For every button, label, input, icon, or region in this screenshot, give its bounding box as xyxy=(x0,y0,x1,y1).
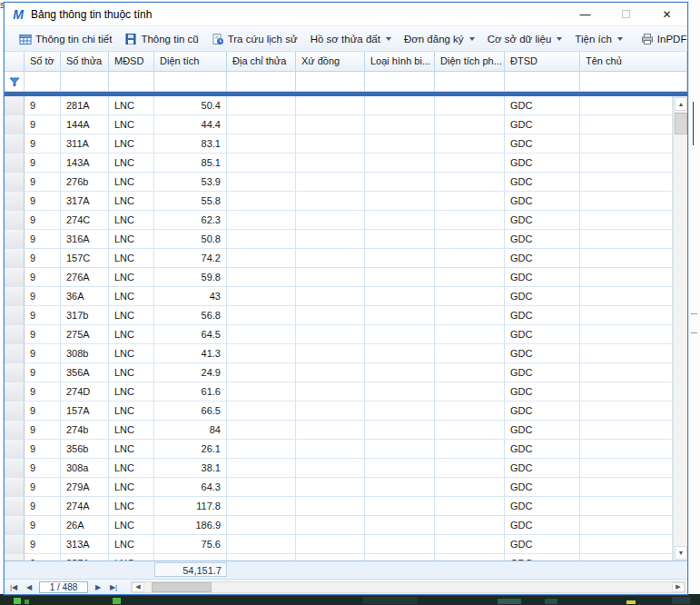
database-menu[interactable]: Cơ sở dữ liệu xyxy=(481,30,569,48)
filter-input-mdsd[interactable] xyxy=(109,72,154,91)
vertical-scrollbar-thumb[interactable] xyxy=(675,113,687,134)
row-selector[interactable] xyxy=(5,287,25,305)
table-row[interactable]: 9327ALNCGDC xyxy=(5,554,673,560)
print-pdf-button[interactable]: InPDF xyxy=(635,29,694,49)
filter-input-so-to[interactable] xyxy=(25,72,61,91)
first-record-button[interactable]: |◀ xyxy=(6,581,21,593)
column-header-so-to[interactable]: Số tờ xyxy=(25,52,61,71)
filter-input-xu-dong[interactable] xyxy=(296,72,365,91)
prev-record-button[interactable]: ◀ xyxy=(22,581,36,593)
row-selector[interactable] xyxy=(5,363,25,382)
row-selector[interactable] xyxy=(5,421,25,439)
vertical-scrollbar[interactable]: ▲ ▼ xyxy=(673,96,687,560)
scroll-down-icon[interactable]: ▼ xyxy=(675,546,687,560)
history-lookup-button[interactable]: Tra cứu lịch sử xyxy=(205,29,304,49)
cell-ten_chu xyxy=(580,115,673,134)
table-row[interactable]: 9275ALNC64.5GDC xyxy=(5,325,673,344)
table-row[interactable]: 9317ALNC55.8GDC xyxy=(5,192,673,211)
row-selector[interactable] xyxy=(5,115,25,134)
row-selector[interactable] xyxy=(5,173,25,191)
last-record-button[interactable]: ▶| xyxy=(106,581,121,593)
row-selector[interactable] xyxy=(5,249,25,267)
table-row[interactable]: 9157ALNC66.5GDC xyxy=(5,402,673,421)
table-row[interactable]: 9274DLNC61.6GDC xyxy=(5,382,673,402)
old-info-button[interactable]: Thông tin cũ xyxy=(118,29,204,49)
row-selector[interactable] xyxy=(5,440,25,458)
background-dash xyxy=(691,332,697,333)
row-selector[interactable] xyxy=(5,96,25,114)
table-row[interactable]: 9143ALNC85.1GDC xyxy=(5,154,673,173)
utilities-menu[interactable]: Tiện ích xyxy=(568,30,628,48)
filter-icon-cell[interactable] xyxy=(5,72,25,91)
column-header-dien-tich-phap-ly[interactable]: Diện tích ph... xyxy=(435,52,505,71)
parcel-dossier-menu[interactable]: Hồ sơ thửa đất xyxy=(304,30,398,48)
row-selector[interactable] xyxy=(5,402,25,420)
row-selector[interactable] xyxy=(5,134,25,153)
cell-dia_chi_thua xyxy=(227,115,296,134)
minimize-button[interactable]: — xyxy=(565,3,606,25)
table-row[interactable]: 9157CLNC74.2GDC xyxy=(5,249,673,268)
table-row[interactable]: 936ALNC43GDC xyxy=(5,287,673,306)
registration-form-menu[interactable]: Đơn đăng ký xyxy=(398,30,481,48)
column-header-ten-chu[interactable]: Tên chủ xyxy=(580,52,687,71)
row-selector[interactable] xyxy=(5,325,25,343)
filter-input-so-thua[interactable] xyxy=(61,72,109,91)
row-selector[interactable] xyxy=(5,230,25,248)
table-row[interactable]: 9317bLNC56.8GDC xyxy=(5,306,673,325)
column-header-loai-hinh[interactable]: Loại hình bi... xyxy=(365,52,435,71)
maximize-button[interactable] xyxy=(606,3,646,25)
table-row[interactable]: 9276bLNC53.9GDC xyxy=(5,173,673,192)
table-row[interactable]: 9356ALNC24.9GDC xyxy=(5,363,673,382)
table-row[interactable]: 9144ALNC44.4GDC xyxy=(5,115,673,134)
column-header-so-thua[interactable]: Số thửa xyxy=(61,52,109,71)
row-selector[interactable] xyxy=(5,306,25,324)
column-header-dien-tich[interactable]: Diện tích xyxy=(154,52,227,71)
row-selector[interactable] xyxy=(5,154,25,172)
table-row[interactable]: 9274CLNC62.3GDC xyxy=(5,211,673,230)
close-button[interactable]: ✕ xyxy=(646,3,687,25)
row-selector[interactable] xyxy=(5,192,25,210)
table-row[interactable]: 9279ALNC64.3GDC xyxy=(5,478,673,497)
horizontal-scrollbar[interactable]: ◀ ▶ xyxy=(131,581,685,593)
scroll-up-icon[interactable]: ▲ xyxy=(675,97,687,111)
row-selector[interactable] xyxy=(5,211,25,229)
table-row[interactable]: 9276ALNC59.8GDC xyxy=(5,268,673,287)
table-row[interactable]: 9356bLNC26.1GDC xyxy=(5,440,673,459)
table-row[interactable]: 9274bLNC84GDC xyxy=(5,421,673,440)
table-row[interactable]: 9313ALNC75.6GDC xyxy=(5,535,673,554)
filter-input-dien-tich[interactable] xyxy=(154,72,227,91)
row-selector[interactable] xyxy=(5,554,25,560)
background-pixels xyxy=(498,599,521,604)
column-header-xu-dong[interactable]: Xứ đồng xyxy=(296,52,365,71)
column-header-dia-chi-thua[interactable]: Địa chỉ thửa xyxy=(227,52,296,71)
scroll-right-icon[interactable]: ▶ xyxy=(672,582,685,592)
column-header-mdsd[interactable]: MĐSD xyxy=(109,52,154,71)
row-selector[interactable] xyxy=(5,268,25,286)
table-row[interactable]: 9316ALNC50.8GDC xyxy=(5,230,673,249)
filter-input-ten-chu[interactable] xyxy=(580,72,687,91)
row-selector[interactable] xyxy=(5,344,25,362)
table-row[interactable]: 9311ALNC83.1GDC xyxy=(5,134,673,154)
filter-input-dtsd[interactable] xyxy=(505,72,580,91)
row-selector[interactable] xyxy=(5,478,25,496)
filter-input-loai-hinh[interactable] xyxy=(365,72,435,91)
row-selector[interactable] xyxy=(5,382,25,401)
filter-input-dien-tich-phap-ly[interactable] xyxy=(435,72,505,91)
row-selector[interactable] xyxy=(5,497,25,515)
row-selector[interactable] xyxy=(5,516,25,534)
cell-mdsd: LNC xyxy=(109,230,154,248)
detail-info-button[interactable]: Thông tin chi tiết xyxy=(13,29,118,49)
next-record-button[interactable]: ▶ xyxy=(91,581,105,593)
table-row[interactable]: 9274ALNC117.8GDC xyxy=(5,497,673,516)
table-row[interactable]: 9281ALNC50.4GDC xyxy=(5,96,673,115)
filter-input-dia-chi-thua[interactable] xyxy=(227,72,296,91)
row-selector[interactable] xyxy=(5,459,25,477)
scroll-left-icon[interactable]: ◀ xyxy=(132,582,144,592)
row-selector[interactable] xyxy=(5,535,25,553)
horizontal-scrollbar-thumb[interactable] xyxy=(152,582,212,592)
table-row[interactable]: 9308bLNC41.3GDC xyxy=(5,344,673,363)
column-header-dtsd[interactable]: ĐTSD xyxy=(505,52,580,71)
table-row[interactable]: 926ALNC186.9GDC xyxy=(5,516,673,535)
cell-so_to: 9 xyxy=(25,516,61,534)
table-row[interactable]: 9308aLNC38.1GDC xyxy=(5,459,673,478)
